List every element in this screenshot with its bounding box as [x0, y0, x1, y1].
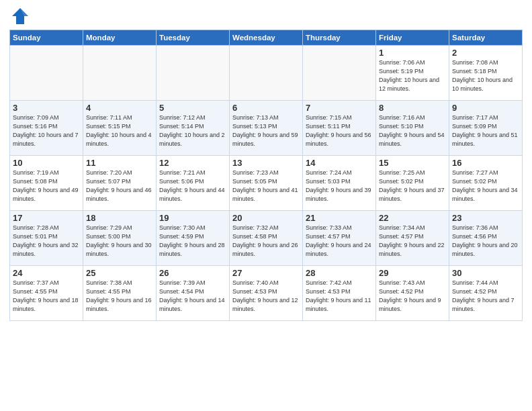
day-number: 13 [232, 158, 300, 168]
page-container: SundayMondayTuesdayWednesdayThursdayFrid… [0, 0, 532, 328]
calendar-cell: 22Sunrise: 7:34 AM Sunset: 4:57 PM Dayli… [376, 211, 449, 266]
calendar-cell: 11Sunrise: 7:20 AM Sunset: 5:07 PM Dayli… [83, 156, 157, 211]
calendar-cell: 18Sunrise: 7:29 AM Sunset: 5:00 PM Dayli… [83, 211, 157, 266]
day-number: 8 [379, 103, 446, 113]
calendar-cell [157, 46, 230, 101]
weekday-header: Thursday [303, 30, 376, 46]
day-number: 29 [379, 268, 446, 278]
day-number: 18 [86, 213, 153, 223]
calendar-week-row: 10Sunrise: 7:19 AM Sunset: 5:08 PM Dayli… [10, 156, 523, 211]
calendar-cell: 8Sunrise: 7:16 AM Sunset: 5:10 PM Daylig… [376, 101, 449, 156]
calendar-cell: 21Sunrise: 7:33 AM Sunset: 4:57 PM Dayli… [303, 211, 376, 266]
day-info: Sunrise: 7:24 AM Sunset: 5:03 PM Dayligh… [306, 169, 373, 203]
day-number: 15 [379, 158, 446, 168]
day-number: 22 [379, 213, 446, 223]
day-number: 17 [13, 213, 80, 223]
calendar-week-row: 24Sunrise: 7:37 AM Sunset: 4:55 PM Dayli… [10, 266, 523, 321]
calendar-cell: 26Sunrise: 7:39 AM Sunset: 4:54 PM Dayli… [157, 266, 230, 321]
day-number: 19 [159, 213, 226, 223]
calendar-cell: 7Sunrise: 7:15 AM Sunset: 5:11 PM Daylig… [303, 101, 376, 156]
calendar-cell [303, 46, 376, 101]
day-info: Sunrise: 7:23 AM Sunset: 5:05 PM Dayligh… [232, 169, 300, 203]
calendar-cell: 16Sunrise: 7:27 AM Sunset: 5:02 PM Dayli… [449, 156, 523, 211]
day-info: Sunrise: 7:28 AM Sunset: 5:01 PM Dayligh… [13, 224, 80, 259]
logo-icon [9, 7, 31, 26]
day-number: 9 [452, 103, 519, 113]
calendar-week-row: 17Sunrise: 7:28 AM Sunset: 5:01 PM Dayli… [10, 211, 523, 266]
day-info: Sunrise: 7:13 AM Sunset: 5:13 PM Dayligh… [232, 113, 300, 148]
day-info: Sunrise: 7:33 AM Sunset: 4:57 PM Dayligh… [306, 224, 373, 259]
day-number: 7 [306, 103, 373, 113]
calendar-cell: 29Sunrise: 7:43 AM Sunset: 4:52 PM Dayli… [376, 266, 449, 321]
day-number: 1 [379, 48, 446, 58]
calendar-cell: 2Sunrise: 7:08 AM Sunset: 5:18 PM Daylig… [449, 46, 523, 101]
calendar-cell: 19Sunrise: 7:30 AM Sunset: 4:59 PM Dayli… [157, 211, 230, 266]
day-number: 23 [452, 213, 519, 223]
calendar-cell [10, 46, 83, 101]
calendar-week-row: 1Sunrise: 7:06 AM Sunset: 5:19 PM Daylig… [10, 46, 523, 101]
calendar-cell: 3Sunrise: 7:09 AM Sunset: 5:16 PM Daylig… [10, 101, 83, 156]
day-info: Sunrise: 7:36 AM Sunset: 4:56 PM Dayligh… [452, 224, 519, 259]
day-info: Sunrise: 7:27 AM Sunset: 5:02 PM Dayligh… [452, 169, 519, 203]
day-info: Sunrise: 7:06 AM Sunset: 5:19 PM Dayligh… [379, 58, 446, 93]
day-number: 10 [13, 158, 80, 168]
day-info: Sunrise: 7:12 AM Sunset: 5:14 PM Dayligh… [159, 113, 226, 148]
day-number: 25 [86, 268, 153, 278]
calendar-cell: 23Sunrise: 7:36 AM Sunset: 4:56 PM Dayli… [449, 211, 523, 266]
calendar-cell: 27Sunrise: 7:40 AM Sunset: 4:53 PM Dayli… [230, 266, 303, 321]
day-number: 27 [232, 268, 300, 278]
day-number: 16 [452, 158, 519, 168]
day-info: Sunrise: 7:17 AM Sunset: 5:09 PM Dayligh… [452, 113, 519, 148]
day-number: 5 [159, 103, 226, 113]
header [9, 7, 523, 26]
weekday-header: Saturday [449, 30, 523, 46]
day-info: Sunrise: 7:38 AM Sunset: 4:55 PM Dayligh… [86, 279, 153, 314]
calendar-week-row: 3Sunrise: 7:09 AM Sunset: 5:16 PM Daylig… [10, 101, 523, 156]
day-info: Sunrise: 7:29 AM Sunset: 5:00 PM Dayligh… [86, 224, 153, 259]
calendar-cell: 17Sunrise: 7:28 AM Sunset: 5:01 PM Dayli… [10, 211, 83, 266]
day-number: 26 [159, 268, 226, 278]
calendar-cell: 10Sunrise: 7:19 AM Sunset: 5:08 PM Dayli… [10, 156, 83, 211]
day-number: 20 [232, 213, 300, 223]
day-info: Sunrise: 7:39 AM Sunset: 4:54 PM Dayligh… [159, 279, 226, 314]
day-number: 2 [452, 48, 519, 58]
calendar-cell [83, 46, 157, 101]
day-number: 14 [306, 158, 373, 168]
weekday-header: Tuesday [157, 30, 230, 46]
day-info: Sunrise: 7:44 AM Sunset: 4:52 PM Dayligh… [452, 279, 519, 314]
weekday-header: Wednesday [230, 30, 303, 46]
day-number: 4 [86, 103, 153, 113]
calendar-cell: 20Sunrise: 7:32 AM Sunset: 4:58 PM Dayli… [230, 211, 303, 266]
day-info: Sunrise: 7:34 AM Sunset: 4:57 PM Dayligh… [379, 224, 446, 259]
day-number: 24 [13, 268, 80, 278]
calendar-cell: 9Sunrise: 7:17 AM Sunset: 5:09 PM Daylig… [449, 101, 523, 156]
day-number: 11 [86, 158, 153, 168]
day-info: Sunrise: 7:08 AM Sunset: 5:18 PM Dayligh… [452, 58, 519, 93]
calendar-cell: 5Sunrise: 7:12 AM Sunset: 5:14 PM Daylig… [157, 101, 230, 156]
calendar-cell: 1Sunrise: 7:06 AM Sunset: 5:19 PM Daylig… [376, 46, 449, 101]
day-number: 30 [452, 268, 519, 278]
day-number: 21 [306, 213, 373, 223]
day-info: Sunrise: 7:20 AM Sunset: 5:07 PM Dayligh… [86, 169, 153, 203]
day-number: 3 [13, 103, 80, 113]
weekday-header: Friday [376, 30, 449, 46]
weekday-header-row: SundayMondayTuesdayWednesdayThursdayFrid… [10, 30, 523, 46]
calendar-cell: 6Sunrise: 7:13 AM Sunset: 5:13 PM Daylig… [230, 101, 303, 156]
day-info: Sunrise: 7:19 AM Sunset: 5:08 PM Dayligh… [13, 169, 80, 203]
day-info: Sunrise: 7:42 AM Sunset: 4:53 PM Dayligh… [306, 279, 373, 314]
day-number: 12 [159, 158, 226, 168]
calendar-cell: 4Sunrise: 7:11 AM Sunset: 5:15 PM Daylig… [83, 101, 157, 156]
day-info: Sunrise: 7:40 AM Sunset: 4:53 PM Dayligh… [232, 279, 300, 314]
day-info: Sunrise: 7:11 AM Sunset: 5:15 PM Dayligh… [86, 113, 153, 148]
calendar-cell: 12Sunrise: 7:21 AM Sunset: 5:06 PM Dayli… [157, 156, 230, 211]
calendar-cell: 24Sunrise: 7:37 AM Sunset: 4:55 PM Dayli… [10, 266, 83, 321]
day-info: Sunrise: 7:30 AM Sunset: 4:59 PM Dayligh… [159, 224, 226, 259]
day-info: Sunrise: 7:16 AM Sunset: 5:10 PM Dayligh… [379, 113, 446, 148]
day-info: Sunrise: 7:15 AM Sunset: 5:11 PM Dayligh… [306, 113, 373, 148]
day-info: Sunrise: 7:37 AM Sunset: 4:55 PM Dayligh… [13, 279, 80, 314]
day-info: Sunrise: 7:25 AM Sunset: 5:02 PM Dayligh… [379, 169, 446, 203]
calendar-cell: 13Sunrise: 7:23 AM Sunset: 5:05 PM Dayli… [230, 156, 303, 211]
calendar-cell: 15Sunrise: 7:25 AM Sunset: 5:02 PM Dayli… [376, 156, 449, 211]
logo [9, 7, 34, 26]
day-number: 6 [232, 103, 300, 113]
